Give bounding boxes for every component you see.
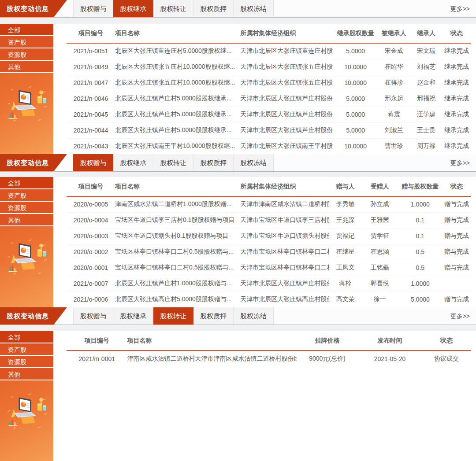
tab-股权质押[interactable]: 股权质押 bbox=[193, 154, 234, 171]
table-row[interactable]: 2021/o-0007北辰区大张庄镇芦庄村1.0000股股权赠与...天津市北辰… bbox=[67, 276, 471, 291]
table-cell: 天津市北辰区大张庄镇芦庄村股份... bbox=[240, 91, 333, 107]
tab-股权质押[interactable]: 股权质押 bbox=[193, 0, 234, 17]
table-cell: 崔得珍 bbox=[378, 75, 410, 91]
table-cell: 2021/n-0049 bbox=[67, 59, 115, 75]
table-row[interactable]: 2021/n-0051北辰区大张庄镇董连庄村5.0000股股权继...天津市北辰… bbox=[67, 43, 471, 59]
table-cell: 宋金成 bbox=[378, 43, 410, 59]
transfer-table: 项目编号项目名称挂牌价格发布时间状态 2021/m-0001津南区咸水沽镇二道桥… bbox=[53, 331, 476, 461]
tab-股权赠与[interactable]: 股权赠与 bbox=[73, 0, 113, 17]
table-cell: 王兆深 bbox=[329, 212, 361, 228]
table-cell: 1.0000 bbox=[398, 276, 443, 291]
sidebar-item-资源股[interactable]: 资源股 bbox=[0, 356, 53, 368]
table-cell: 赠与完成 bbox=[443, 228, 471, 244]
sidebar-item-资产股[interactable]: 资产股 bbox=[0, 343, 53, 356]
sidebar-item-资产股[interactable]: 资产股 bbox=[0, 36, 53, 48]
table-cell: 汪学建 bbox=[410, 107, 442, 122]
tab-股权转让[interactable]: 股权转让 bbox=[153, 154, 193, 171]
tab-股权赠与[interactable]: 股权赠与 bbox=[73, 307, 113, 325]
table-cell: 宝坻区林亭口镇林亭口二村0.5股股权赠与... bbox=[115, 260, 240, 276]
table-cell: 10.0000 bbox=[333, 75, 378, 91]
sidebar-illustration-area bbox=[0, 73, 53, 154]
sidebar-item-资源股[interactable]: 资源股 bbox=[0, 48, 53, 61]
table-cell: 5.0000 bbox=[333, 91, 378, 107]
more-link[interactable]: 更多>> bbox=[450, 307, 476, 325]
table-cell: 邢永起 bbox=[378, 91, 410, 107]
table-cell: 天津市宝坻区林亭口镇林亭口二村... bbox=[240, 260, 329, 276]
table-cell: 2021/o-0006 bbox=[67, 291, 115, 307]
sidebar-item-资产股[interactable]: 资产股 bbox=[0, 189, 53, 202]
panel-header: 股权变动信息 股权赠与股权继承股权转让股权质押股权冻结 更多>> bbox=[0, 307, 476, 325]
table-cell: 赠与完成 bbox=[443, 260, 471, 276]
table-row[interactable]: 2021/m-0001津南区咸水沽镇二道桥村天津市津南区咸水沽镇二道桥村股份经.… bbox=[67, 350, 471, 366]
table-row[interactable]: 2021/n-0047北辰区大张庄镇张五庄村10.0000股股权继...天津市北… bbox=[67, 75, 471, 91]
table-cell: 赠与完成 bbox=[443, 196, 471, 212]
column-header: 状态 bbox=[422, 331, 471, 350]
sidebar-item-其他[interactable]: 其他 bbox=[0, 61, 53, 73]
column-header: 继承人 bbox=[410, 24, 442, 43]
tab-股权继承[interactable]: 股权继承 bbox=[113, 0, 153, 17]
table-cell: 蒋震 bbox=[378, 107, 410, 122]
column-header: 项目编号 bbox=[67, 24, 115, 43]
table-cell: 5.0000 bbox=[333, 107, 378, 122]
sidebar-item-全部[interactable]: 全部 bbox=[0, 331, 53, 343]
table-cell: 赵金和 bbox=[410, 75, 442, 91]
panel-title-ribbon: 股权变动信息 bbox=[0, 0, 67, 17]
table-row[interactable]: 2021/n-0049北辰区大张庄镇张五庄村10.0000股股权继...天津市北… bbox=[67, 59, 471, 75]
table-cell: 霍继星 bbox=[329, 244, 361, 260]
tab-股权质押[interactable]: 股权质押 bbox=[193, 307, 234, 325]
tab-股权转让[interactable]: 股权转让 bbox=[153, 307, 193, 325]
table-row[interactable]: 2021/n-0046北辰区大张庄镇芦庄村5.0000股股权继承...天津市北辰… bbox=[67, 91, 471, 107]
more-link[interactable]: 更多>> bbox=[450, 0, 476, 17]
sidebar-item-全部[interactable]: 全部 bbox=[0, 24, 53, 36]
sidebar-item-资源股[interactable]: 资源股 bbox=[0, 202, 53, 214]
table-cell: 5.0000 bbox=[398, 291, 443, 307]
sidebar-item-其他[interactable]: 其他 bbox=[0, 368, 53, 380]
table-cell: 北辰区大张庄镇高庄村5.0000股股权赠与... bbox=[115, 291, 240, 307]
table-cell: 继承完成 bbox=[443, 91, 471, 107]
table-row[interactable]: 2021/o-0006北辰区大张庄镇高庄村5.0000股股权赠与...天津市北辰… bbox=[67, 291, 471, 307]
table-cell: 王凤文 bbox=[329, 260, 361, 276]
table-cell: 天津市北辰区大张庄镇芦庄村股份... bbox=[240, 122, 333, 138]
column-header: 被继承人 bbox=[378, 24, 410, 43]
table-row[interactable]: 2021/n-0045北辰区大张庄镇芦庄村5.0000股股权继承...天津市北辰… bbox=[67, 107, 471, 122]
sidebar-item-其他[interactable]: 其他 bbox=[0, 214, 53, 226]
table-cell: 赠与完成 bbox=[443, 291, 471, 307]
tab-股权转让[interactable]: 股权转让 bbox=[153, 0, 193, 17]
table-row[interactable]: 2020/o-0002宝坻区林亭口镇林亭口二村0.5股股权赠与...天津市宝坻区… bbox=[67, 244, 471, 260]
tab-股权冻结[interactable]: 股权冻结 bbox=[234, 0, 274, 17]
table-cell: 1.0000 bbox=[398, 196, 443, 212]
column-header: 继承股权数量 bbox=[333, 24, 378, 43]
table-row[interactable]: 2020/o-0003宝坻区牛道口镇塘头村0.1股股权赠与项目天津市宝坻区牛道口… bbox=[67, 228, 471, 244]
tab-股权继承[interactable]: 股权继承 bbox=[113, 154, 153, 171]
tab-股权冻结[interactable]: 股权冻结 bbox=[234, 307, 274, 325]
column-header: 赠与股权数量 bbox=[398, 177, 443, 196]
more-link[interactable]: 更多>> bbox=[450, 154, 476, 171]
table-row[interactable]: 2021/n-0044北辰区大张庄镇芦庄村5.0000股股权继承...天津市北辰… bbox=[67, 122, 471, 138]
table-cell: 津南区咸水沽镇二道桥村天津市津南区咸水沽镇二道桥村股份经... bbox=[127, 350, 297, 366]
table-row[interactable]: 2020/o-0004宝坻区牛道口镇李三店村0.1股股权赠与项目天津市宝坻区牛道… bbox=[67, 212, 471, 228]
tab-股权继承[interactable]: 股权继承 bbox=[113, 307, 153, 325]
table-cell: 王雅茜 bbox=[361, 212, 398, 228]
tab-股权冻结[interactable]: 股权冻结 bbox=[234, 154, 274, 171]
tab-股权赠与[interactable]: 股权赠与 bbox=[73, 154, 113, 171]
sidebar-illustration-area bbox=[0, 226, 53, 307]
category-sidebar: 全部资产股资源股其他 bbox=[0, 331, 53, 461]
table-cell: 继承完成 bbox=[443, 138, 471, 154]
table-cell: 徐一 bbox=[361, 291, 398, 307]
table-cell: 赠与完成 bbox=[443, 244, 471, 260]
column-header: 项目名称 bbox=[127, 331, 297, 350]
table-cell: 2021/n-0043 bbox=[67, 138, 115, 154]
table-row[interactable]: 2020/o-0005津南区咸水沽镇二道桥村1.0000股股权赠...天津市津南… bbox=[67, 196, 471, 212]
sidebar-item-全部[interactable]: 全部 bbox=[0, 177, 53, 189]
table-row[interactable]: 2020/o-0001宝坻区林亭口镇林亭口二村0.5股股权赠与...天津市宝坻区… bbox=[67, 260, 471, 276]
table-cell: 霍思涵 bbox=[361, 244, 398, 260]
panel-header: 股权变动信息 股权赠与股权继承股权转让股权质押股权冻结 更多>> bbox=[0, 154, 476, 172]
table-cell: 天津市宝坻区牛道口镇塘头村股份... bbox=[240, 228, 329, 244]
column-header: 项目名称 bbox=[115, 177, 240, 196]
table-cell: 2020/o-0004 bbox=[67, 212, 115, 228]
table-row[interactable]: 2021/n-0043北辰区大张庄镇南王平村10.0000股股权继...天津市北… bbox=[67, 138, 471, 154]
table-cell: 赠与完成 bbox=[443, 212, 471, 228]
table-cell: 2021/n-0047 bbox=[67, 75, 115, 91]
table-cell: 刘福芝 bbox=[410, 59, 442, 75]
table-cell: 2020/o-0003 bbox=[67, 228, 115, 244]
